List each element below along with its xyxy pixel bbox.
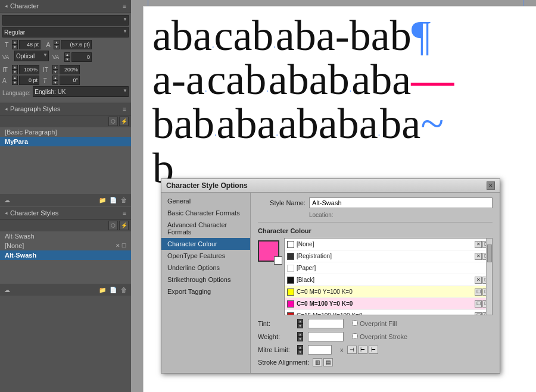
font-size-up[interactable]: ▲ [12,40,18,45]
color-list-scrollbar[interactable] [486,239,492,315]
char-style-alt-swash-header[interactable]: Alt-Swash [0,231,131,241]
skew-up[interactable]: ▲ [52,76,58,80]
yellow-icon1[interactable]: ☐ [475,288,482,296]
hscale-down[interactable]: ▼ [52,70,58,74]
baseline-input[interactable] [19,76,39,85]
mitre-down[interactable]: ▼ [297,350,303,355]
leading-up[interactable]: ▲ [54,40,60,45]
vscale-up[interactable]: ▲ [12,65,18,70]
weight-up[interactable]: ▲ [297,332,303,337]
none-x-btn[interactable]: ✕ [475,241,482,248]
none-box-icon[interactable]: ☐ [121,243,126,249]
color-black[interactable]: [Black] ✕ ☐ [285,274,492,286]
baseline-up[interactable]: ▲ [12,76,18,80]
weight-down[interactable]: ▼ [297,337,303,341]
stroke-align-2[interactable]: ▤ [323,358,333,366]
para-menu-icon[interactable]: ≡ [123,106,126,112]
skew-input[interactable] [60,76,80,85]
char-style-menu-icon[interactable]: ≡ [123,210,126,217]
color-list-container[interactable]: [None] ✕ ☐ [Registration] [284,238,493,315]
tint-select[interactable] [308,319,344,328]
kerning-select[interactable]: Optical [14,51,49,61]
char-new-item-icon[interactable]: 📄 [108,285,118,294]
font-size-input[interactable] [19,40,40,49]
char-delete-icon[interactable]: 🗑 [119,285,129,294]
sidebar-item-strikethrough[interactable]: Strikethrough Options [161,274,250,286]
skew-spinners[interactable]: ▲ ▼ [52,76,58,85]
color-registration[interactable]: [Registration] ✕ ☐ [285,250,492,262]
tracking-up[interactable]: ▲ [64,52,70,57]
sidebar-item-opentype[interactable]: OpenType Features [161,250,250,262]
color-paper[interactable]: [Paper] [285,262,492,274]
baseline-down[interactable]: ▼ [12,80,18,85]
character-styles-header[interactable]: ◂ Character Styles ≡ [0,207,131,219]
font-style-select[interactable]: Regular [2,27,129,37]
dialog-close-button[interactable]: ✕ [487,181,495,190]
tracking-down[interactable]: ▼ [64,57,70,62]
character-panel-header[interactable]: ◂ Character ≡ [0,0,131,12]
panel-menu-icon[interactable]: ≡ [123,3,126,10]
skew-down[interactable]: ▼ [52,80,58,85]
reg-x-btn[interactable]: ✕ [475,253,482,260]
style-name-input[interactable] [309,197,493,208]
sidebar-item-char-colour[interactable]: Character Colour [161,238,250,250]
para-style-basic[interactable]: [Basic Paragraph] [0,127,131,137]
para-delete-icon[interactable]: 🗑 [119,195,129,205]
font-size-down[interactable]: ▼ [12,45,18,49]
tint-spinners[interactable]: ▲ ▼ [297,319,303,328]
align-icon-2[interactable]: ⊢ [358,346,367,354]
para-style-mypara[interactable]: MyPara [0,137,131,146]
mitre-spinners[interactable]: ▲ ▼ [297,345,303,355]
sidebar-item-export[interactable]: Export Tagging [161,286,250,297]
color-darkred[interactable]: C=15 M=100 Y=100 K=0 ☐ ☐ [285,310,492,315]
overprint-stroke-checkbox[interactable] [352,333,358,339]
lightning-icon[interactable]: ⚡ [119,117,129,126]
new-style-icon[interactable]: ⬡ [108,117,118,126]
hscale-spinners[interactable]: ▲ ▼ [52,65,58,74]
tracking-spinners[interactable]: ▲ ▼ [64,52,70,62]
font-size-spinners[interactable]: ▲ ▼ [12,40,18,49]
vscale-down[interactable]: ▼ [12,70,18,74]
tint-down[interactable]: ▼ [297,324,303,328]
weight-select[interactable] [308,332,344,341]
hscale-input[interactable] [60,65,80,74]
char-style-none[interactable]: [None] ✕ ☐ [0,241,131,250]
stroke-align-1[interactable]: ▥ [313,358,322,366]
color-yellow[interactable]: C=0 M=0 Y=100 K=0 ☐ ☐ [285,286,492,298]
tint-up[interactable]: ▲ [297,319,303,324]
sidebar-item-advanced-char[interactable]: Advanced Character Formats [161,219,250,238]
vscale-input[interactable] [19,65,39,74]
overprint-fill-checkbox[interactable] [352,320,358,326]
weight-spinners[interactable]: ▲ ▼ [297,332,303,341]
active-swatch[interactable] [258,240,279,262]
paragraph-styles-header[interactable]: ◂ Paragraph Styles ≡ [0,103,131,115]
char-folder-icon[interactable]: 📁 [98,285,107,294]
tracking-input[interactable] [71,52,92,62]
mitre-input[interactable] [308,345,332,355]
align-icon-3[interactable]: ⊢ [369,346,378,354]
align-icon-1[interactable]: ⊣ [347,346,357,354]
black-x-btn[interactable]: ✕ [475,277,482,284]
cloud-icon[interactable]: ☁ [2,195,12,205]
sidebar-item-underline[interactable]: Underline Options [161,262,250,274]
font-name-input[interactable]: My Font [2,15,129,26]
none-x-icon[interactable]: ✕ [116,243,120,249]
scrollbar-thumb[interactable] [487,244,492,262]
baseline-spinners[interactable]: ▲ ▼ [12,76,18,85]
char-style-alt-swash[interactable]: Alt-Swash [0,250,131,260]
language-select[interactable]: English: UK [33,86,129,97]
char-lightning-icon[interactable]: ⚡ [119,221,129,230]
para-new-item-icon[interactable]: 📄 [108,195,118,205]
leading-spinners[interactable]: ▲ ▼ [54,40,60,49]
leading-input[interactable] [61,40,92,49]
sidebar-item-basic-char[interactable]: Basic Character Formats [161,207,250,219]
color-none[interactable]: [None] ✕ ☐ [285,239,492,250]
vscale-spinners[interactable]: ▲ ▼ [12,65,18,74]
char-cloud-icon[interactable]: ☁ [2,285,12,294]
mag-icon1[interactable]: ☐ [475,300,482,308]
hscale-up[interactable]: ▲ [52,65,58,70]
new-folder-icon[interactable]: 📁 [98,195,107,205]
sidebar-item-general[interactable]: General [161,195,250,207]
char-new-style-icon[interactable]: ⬡ [108,221,118,230]
color-magenta[interactable]: C=0 M=100 Y=0 K=0 ☐ ☐ [285,298,492,310]
